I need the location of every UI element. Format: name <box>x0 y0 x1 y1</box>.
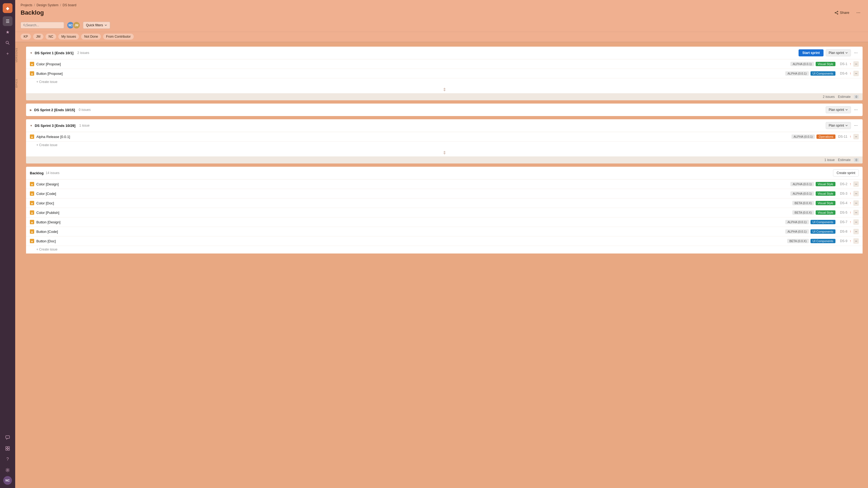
sprints-container: ▼ DS Sprint 1 [Ends 10/1] 2 issues Start… <box>21 42 868 488</box>
issue-name[interactable]: Color [Propose] <box>36 62 788 66</box>
remove-button[interactable]: − <box>854 219 859 225</box>
chip-nc[interactable]: NC <box>45 34 56 40</box>
create-issue-button-1[interactable]: + Create issue <box>36 80 58 84</box>
logo-icon[interactable]: ◆ <box>3 3 12 13</box>
priority-icon[interactable]: ↑ <box>849 62 851 66</box>
sprint-2-name: DS Sprint 2 [Ends 10/15] <box>34 108 75 112</box>
remove-button[interactable]: − <box>854 229 859 234</box>
priority-icon[interactable]: ↑ <box>849 239 851 243</box>
create-sprint-button[interactable]: Create sprint <box>833 169 859 176</box>
remove-button[interactable]: − <box>854 182 859 187</box>
star-icon[interactable]: ★ <box>3 27 12 37</box>
version-tag: ALPHA (0.0.1) <box>785 229 809 234</box>
resize-handle-3[interactable]: ⇕ <box>26 149 863 156</box>
vertical-labels: VERSIONS EPICS <box>15 42 21 488</box>
share-button[interactable]: Share <box>833 9 851 16</box>
search-box[interactable] <box>21 22 64 29</box>
chip-jm[interactable]: JM <box>33 34 43 40</box>
category-tag: Operations <box>816 134 835 139</box>
create-issue-button-3[interactable]: + Create issue <box>36 143 58 147</box>
svg-rect-6 <box>8 449 9 450</box>
sprint-3-more-button[interactable]: ··· <box>853 122 859 129</box>
create-issue-button-backlog[interactable]: + Create issue <box>36 248 58 251</box>
filter-chips: KP JM NC My Issues Not Done From Contrib… <box>15 32 868 42</box>
resize-handle-1[interactable]: ⇕ <box>26 86 863 93</box>
remove-button[interactable]: − <box>854 238 859 244</box>
remove-button[interactable]: − <box>854 200 859 206</box>
breadcrumb-design-system[interactable]: Design System <box>37 3 59 7</box>
priority-icon[interactable]: ↑ <box>849 220 851 224</box>
estimate-value: 0 <box>854 158 859 162</box>
sprint-2-toggle[interactable]: ▶ <box>30 108 32 111</box>
chip-my-issues[interactable]: My Issues <box>58 34 79 40</box>
issue-tags: ALPHA (0.0.1) Operations <box>792 134 835 139</box>
issue-name[interactable]: Button [Doc] <box>36 239 785 243</box>
plan-sprint-1-button[interactable]: Plan sprint <box>826 50 851 56</box>
sprint-1-toggle[interactable]: ▼ <box>30 52 33 55</box>
issue-name[interactable]: Color [Code] <box>36 192 788 196</box>
sprint-2-actions: Plan sprint ··· <box>826 106 859 113</box>
issue-row: ▲ Color [Design] ALPHA (0.0.1) Visual St… <box>26 180 863 189</box>
chat-icon[interactable] <box>3 433 12 443</box>
search-icon[interactable] <box>3 38 12 48</box>
add-icon[interactable]: + <box>3 49 12 59</box>
issue-id: DS-6 <box>838 72 847 75</box>
category-tag: UI Components <box>810 239 835 243</box>
sprint-3-toggle[interactable]: ▼ <box>30 124 33 127</box>
issue-name[interactable]: Button [Design] <box>36 220 783 224</box>
issue-name[interactable]: Color [Publish] <box>36 210 790 215</box>
remove-from-sprint-button[interactable]: − <box>854 134 859 139</box>
breadcrumb-projects[interactable]: Projects <box>21 3 32 7</box>
sprint-2-more-button[interactable]: ··· <box>853 106 859 113</box>
remove-button[interactable]: − <box>854 210 859 215</box>
issue-name[interactable]: Button [Code] <box>36 230 783 234</box>
priority-icon[interactable]: ↑ <box>849 230 851 233</box>
plan-sprint-2-button[interactable]: Plan sprint <box>826 106 851 113</box>
issue-id: DS-9 <box>838 239 847 243</box>
remove-button[interactable]: − <box>854 191 859 196</box>
issue-tags: ALPHA (0.0.1) Visual Style <box>790 191 835 196</box>
version-tag: ALPHA (0.0.1) <box>790 182 814 186</box>
breadcrumb: Projects / Design System / DS board <box>21 3 863 7</box>
issue-name[interactable]: Color [Doc] <box>36 201 790 205</box>
avatar-jm[interactable]: JM <box>73 22 80 29</box>
main-content: Projects / Design System / DS board Back… <box>15 0 868 488</box>
chip-kp[interactable]: KP <box>21 34 31 40</box>
sprint-1-more-button[interactable]: ··· <box>853 50 859 56</box>
issue-name[interactable]: Button [Propose] <box>36 72 783 76</box>
issue-name[interactable]: Alpha Release [0.0.1] <box>36 135 789 139</box>
hamburger-icon[interactable]: ☰ <box>3 16 12 26</box>
issue-tags: BETA (0.0.X) UI Components <box>787 239 835 243</box>
priority-icon[interactable]: ↑ <box>849 182 851 186</box>
estimate-value: 0 <box>854 95 859 99</box>
sprint-3-section: ▼ DS Sprint 3 [Ends 10/29] 1 issue Plan … <box>26 119 863 163</box>
search-input[interactable] <box>26 23 62 27</box>
priority-icon[interactable]: ↑ <box>849 192 851 195</box>
plan-sprint-3-button[interactable]: Plan sprint <box>826 122 851 129</box>
user-avatar[interactable]: NC <box>3 476 12 485</box>
remove-from-sprint-button[interactable]: − <box>854 71 859 76</box>
chip-from-contributor[interactable]: From Contributor <box>103 34 134 40</box>
more-button[interactable]: ··· <box>854 9 863 17</box>
issue-tags: ALPHA (0.0.1) Visual Style <box>790 182 835 186</box>
priority-icon[interactable]: ↑ <box>849 72 851 75</box>
issue-name[interactable]: Color [Design] <box>36 182 788 186</box>
chip-not-done[interactable]: Not Done <box>81 34 101 40</box>
priority-icon[interactable]: ↑ <box>849 201 851 205</box>
svg-rect-5 <box>6 449 7 450</box>
issue-id: DS-8 <box>838 230 847 233</box>
story-icon: ▲ <box>30 201 34 205</box>
help-icon[interactable]: ? <box>3 454 12 464</box>
story-icon: ▲ <box>30 134 34 139</box>
quick-filters-button[interactable]: Quick filters <box>83 22 110 29</box>
remove-from-sprint-button[interactable]: − <box>854 61 859 67</box>
version-tag: ALPHA (0.0.1) <box>785 220 809 224</box>
priority-icon[interactable]: ↑ <box>849 210 851 215</box>
priority-icon[interactable]: ↑ <box>849 135 851 138</box>
breadcrumb-ds-board[interactable]: DS board <box>63 3 76 7</box>
grid-icon[interactable] <box>3 444 12 453</box>
start-sprint-button[interactable]: Start sprint <box>799 50 824 56</box>
settings-icon[interactable] <box>3 465 12 475</box>
sprint-1-issue-count: 2 issues <box>823 95 835 99</box>
page-title: Backlog <box>21 9 44 16</box>
